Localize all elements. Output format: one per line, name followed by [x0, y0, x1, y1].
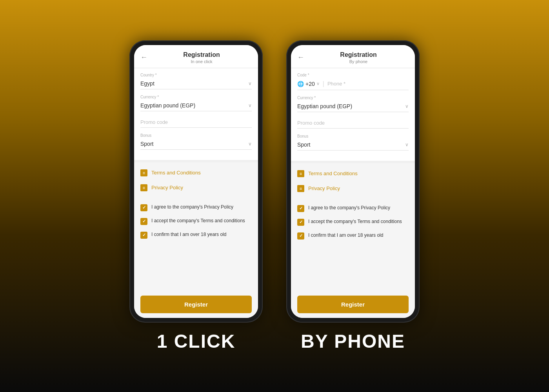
right-bonus-label: Bonus — [297, 134, 409, 138]
right-checkbox-terms: I accept the company's Terms and conditi… — [297, 215, 409, 229]
left-privacy-icon — [140, 184, 147, 191]
right-bonus-group: Bonus Sport ∨ — [297, 134, 409, 151]
right-checkbox-age-box[interactable] — [297, 232, 304, 240]
right-terms-label: Terms and Conditions — [308, 171, 358, 176]
left-screen-header: ← Registration In one click — [134, 45, 258, 68]
right-form-section: Code * 🌐 +20 ∨ | Phone * — [291, 68, 415, 163]
left-bonus-value: Sport — [140, 141, 153, 147]
right-phone-code-chevron-icon: ∨ — [316, 81, 320, 86]
left-privacy-label: Privacy Policy — [151, 185, 183, 191]
right-privacy-link[interactable]: Privacy Policy — [297, 181, 409, 196]
right-header-title: Registration — [308, 51, 409, 58]
left-screen-footer: Register — [134, 291, 258, 318]
left-bonus-chevron-icon: ∨ — [248, 141, 252, 147]
left-links-section: Terms and Conditions Privacy Policy — [134, 162, 258, 198]
right-currency-chevron-icon: ∨ — [405, 103, 409, 109]
right-checkbox-terms-box[interactable] — [297, 219, 304, 226]
left-back-arrow[interactable]: ← — [140, 53, 147, 62]
right-phone-code-part: 🌐 +20 ∨ — [297, 81, 320, 87]
right-phone-section: ← Registration By phone Code * 🌐 — [286, 40, 420, 352]
left-currency-input[interactable]: Egyptian pound (EGP) ∨ — [140, 100, 252, 111]
right-spacer — [291, 247, 415, 291]
right-links-section: Terms and Conditions Privacy Policy — [291, 163, 415, 199]
right-checkbox-age: I confirm that I am over 18 years old — [297, 229, 409, 243]
right-phone-code-divider: | — [323, 80, 324, 87]
right-header-subtitle: By phone — [308, 59, 409, 64]
right-checkbox-privacy-text: I agree to the company's Privacy Policy — [308, 205, 390, 211]
left-checkbox-terms-text: I accept the company's Terms and conditi… — [151, 218, 245, 224]
right-phone-label: BY PHONE — [301, 330, 405, 352]
right-promo-group: Promo code — [297, 118, 409, 129]
right-bonus-chevron-icon: ∨ — [405, 142, 409, 147]
page-wrapper: ← Registration In one click Country * Eg… — [122, 33, 427, 360]
left-country-chevron-icon: ∨ — [248, 81, 252, 86]
left-register-button[interactable]: Register — [140, 296, 252, 313]
left-country-group: Country * Egypt ∨ — [140, 73, 252, 89]
left-currency-label: Currency * — [140, 95, 252, 99]
right-phone-input[interactable]: Phone * — [327, 81, 409, 87]
left-bonus-label: Bonus — [140, 133, 252, 138]
right-phone-device: ← Registration By phone Code * 🌐 — [286, 40, 420, 323]
left-checkbox-privacy-text: I agree to the company's Privacy Policy — [151, 204, 233, 211]
right-currency-value: Egyptian pound (EGP) — [297, 103, 352, 109]
left-checkbox-privacy: I agree to the company's Privacy Policy — [140, 201, 252, 214]
right-screen-footer: Register — [291, 291, 415, 318]
left-bonus-input[interactable]: Sport ∨ — [140, 138, 252, 150]
left-currency-chevron-icon: ∨ — [248, 103, 252, 108]
right-phone-group: Code * 🌐 +20 ∨ | Phone * — [297, 73, 409, 90]
right-terms-link[interactable]: Terms and Conditions — [297, 166, 409, 181]
left-currency-value: Egyptian pound (EGP) — [140, 102, 195, 109]
left-terms-link[interactable]: Terms and Conditions — [140, 165, 252, 180]
left-checkbox-age-text: I confirm that I am over 18 years old — [151, 231, 226, 238]
left-form-section: Country * Egypt ∨ Currency * Egyptian po… — [134, 68, 258, 162]
left-country-label: Country * — [140, 73, 252, 77]
left-checkbox-section: I agree to the company's Privacy Policy … — [134, 198, 258, 247]
right-currency-label: Currency * — [297, 96, 409, 100]
right-currency-group: Currency * Egyptian pound (EGP) ∨ — [297, 96, 409, 112]
left-promo-group: Promo code — [140, 117, 252, 128]
left-privacy-link[interactable]: Privacy Policy — [140, 180, 252, 195]
right-code-label: Code * — [297, 73, 409, 77]
left-checkbox-age: I confirm that I am over 18 years old — [140, 228, 252, 242]
left-spacer — [134, 247, 258, 291]
left-header-title: Registration — [151, 51, 252, 58]
left-promo-input[interactable]: Promo code — [140, 117, 252, 128]
right-checkbox-terms-text: I accept the company's Terms and conditi… — [308, 218, 402, 225]
left-currency-group: Currency * Egyptian pound (EGP) ∨ — [140, 95, 252, 111]
right-privacy-icon — [297, 185, 304, 192]
right-currency-input[interactable]: Egyptian pound (EGP) ∨ — [297, 101, 409, 112]
right-register-button[interactable]: Register — [297, 296, 409, 313]
left-phone-label: 1 CLICK — [157, 330, 236, 352]
right-phone-code-value: +20 — [305, 81, 315, 87]
right-checkbox-section: I agree to the company's Privacy Policy … — [291, 199, 415, 247]
left-phone-device: ← Registration In one click Country * Eg… — [129, 40, 263, 323]
right-phone-code-row[interactable]: 🌐 +20 ∨ | Phone * — [297, 78, 409, 90]
right-screen-header: ← Registration By phone — [291, 45, 415, 68]
right-back-arrow[interactable]: ← — [297, 53, 304, 62]
left-checkbox-terms-box[interactable] — [140, 218, 147, 225]
right-bonus-value: Sport — [297, 142, 310, 148]
right-checkbox-age-text: I confirm that I am over 18 years old — [308, 232, 383, 239]
left-terms-icon — [140, 169, 147, 176]
left-terms-label: Terms and Conditions — [151, 170, 201, 176]
right-checkbox-privacy: I agree to the company's Privacy Policy — [297, 201, 409, 215]
left-country-value: Egypt — [140, 80, 155, 87]
left-checkbox-privacy-box[interactable] — [140, 204, 147, 211]
left-header-title-block: Registration In one click — [151, 51, 252, 64]
left-bonus-group: Bonus Sport ∨ — [140, 133, 252, 150]
left-checkbox-terms: I accept the company's Terms and conditi… — [140, 214, 252, 228]
left-phone-screen: ← Registration In one click Country * Eg… — [134, 45, 258, 318]
right-terms-icon — [297, 170, 304, 177]
right-bonus-input[interactable]: Sport ∨ — [297, 139, 409, 151]
right-header-title-block: Registration By phone — [308, 51, 409, 64]
right-phone-globe-icon: 🌐 — [297, 81, 304, 87]
left-phone-section: ← Registration In one click Country * Eg… — [129, 40, 263, 352]
right-promo-input[interactable]: Promo code — [297, 118, 409, 129]
left-header-subtitle: In one click — [151, 59, 252, 64]
left-checkbox-age-box[interactable] — [140, 232, 147, 239]
right-checkbox-privacy-box[interactable] — [297, 205, 304, 212]
left-country-input[interactable]: Egypt ∨ — [140, 78, 252, 89]
right-privacy-label: Privacy Policy — [308, 185, 340, 191]
right-phone-screen: ← Registration By phone Code * 🌐 — [291, 45, 415, 318]
